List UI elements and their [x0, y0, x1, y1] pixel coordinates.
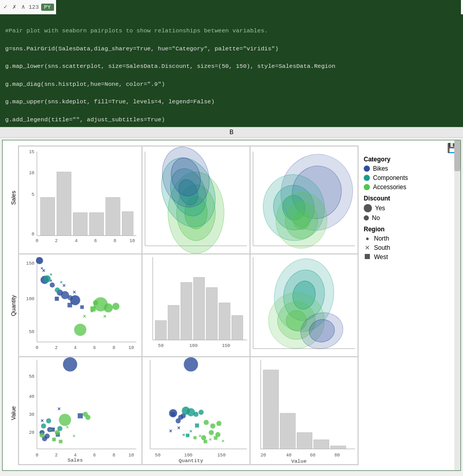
svg-text:6: 6	[93, 345, 96, 351]
plot-svg-1-3	[251, 147, 358, 253]
svg-text:20: 20	[29, 430, 34, 435]
svg-rect-85	[232, 316, 243, 340]
svg-text:0: 0	[35, 345, 38, 351]
svg-text:100: 100	[184, 453, 192, 458]
svg-point-156	[209, 430, 214, 435]
svg-rect-144	[171, 412, 175, 416]
svg-rect-172	[280, 413, 295, 449]
svg-rect-83	[206, 287, 218, 340]
svg-rect-126	[52, 437, 56, 441]
svg-point-147	[193, 412, 199, 417]
svg-text:×: ×	[189, 429, 192, 434]
svg-point-155	[217, 421, 222, 426]
code-block[interactable]	[56, 0, 461, 17]
bikes-label: Bikes	[373, 165, 388, 172]
svg-text:×: ×	[73, 289, 76, 296]
svg-text:×: ×	[182, 432, 185, 438]
south-label: South	[374, 244, 390, 251]
legend-accessories: Accessories	[364, 184, 431, 191]
svg-text:50: 50	[158, 343, 164, 349]
svg-text:×: ×	[57, 406, 61, 412]
components-dot	[364, 175, 370, 181]
svg-text:8: 8	[113, 345, 115, 351]
yes-dot	[364, 204, 372, 212]
svg-rect-163	[204, 440, 207, 443]
svg-point-157	[201, 435, 206, 441]
svg-rect-82	[193, 278, 205, 340]
svg-text:6: 6	[93, 453, 96, 458]
svg-text:2: 2	[55, 239, 58, 244]
legend-north: ● North	[364, 235, 431, 242]
svg-text:20: 20	[260, 453, 266, 458]
svg-rect-6	[41, 197, 55, 235]
svg-rect-53	[55, 297, 59, 301]
svg-text:×: ×	[199, 433, 202, 439]
svg-text:10: 10	[29, 171, 34, 176]
svg-text:×: ×	[222, 438, 225, 444]
svg-point-120	[59, 414, 71, 426]
chevron-icon[interactable]: ∧	[20, 3, 26, 11]
svg-text:5: 5	[31, 192, 34, 197]
svg-rect-181	[365, 254, 370, 259]
svg-text:×: ×	[73, 434, 75, 439]
plot-svg-2-1: 150 100 50 ×	[19, 254, 141, 356]
x-icon[interactable]: ✗	[11, 3, 17, 11]
cell-num-badge: 123	[29, 4, 39, 10]
plot-cell-2-2: 50 100 150	[142, 254, 250, 357]
svg-point-60	[112, 303, 119, 310]
svg-point-57	[55, 287, 60, 292]
bikes-dot	[364, 166, 370, 172]
svg-text:8: 8	[113, 453, 115, 458]
north-dot-icon: ●	[364, 235, 371, 242]
scrollbar-thumb[interactable]	[454, 140, 460, 171]
svg-text:×: ×	[83, 314, 86, 320]
legend-west: West	[364, 253, 431, 261]
svg-text:60: 60	[310, 453, 315, 458]
svg-point-115	[41, 424, 46, 429]
plot-svg-3-1: 50 40 30 20	[19, 357, 141, 464]
svg-rect-54	[67, 303, 72, 307]
check-icon[interactable]: ✓	[2, 3, 9, 11]
code-display: #Pair plot with seaborn pairplots to sho…	[0, 14, 463, 127]
plot-svg-1-2	[143, 147, 250, 253]
plot-cell-1-3	[250, 146, 358, 254]
plot-cell-3-1: 50 40 30 20	[19, 357, 142, 465]
legend-area: Category Bikes Components Accessories Di…	[364, 145, 431, 263]
plot-cell-1-2	[142, 146, 250, 254]
svg-rect-8	[73, 213, 87, 236]
legend-region-section: Region ● North ✕ South West	[364, 226, 431, 261]
svg-text:×: ×	[66, 425, 68, 430]
components-label: Components	[373, 174, 408, 181]
svg-rect-162	[214, 436, 218, 440]
svg-rect-9	[90, 213, 104, 236]
svg-text:0: 0	[35, 239, 38, 244]
south-x-icon: ✕	[364, 244, 371, 251]
scrollbar[interactable]	[454, 140, 460, 470]
svg-text:×: ×	[60, 280, 62, 285]
svg-rect-114	[78, 413, 83, 418]
svg-point-105	[63, 357, 77, 372]
output-area: 💾 Sales Quantity Value	[2, 140, 461, 471]
svg-text:×: ×	[41, 266, 43, 271]
svg-rect-164	[193, 436, 197, 440]
svg-rect-174	[314, 440, 329, 449]
legend-region-title: Region	[364, 226, 431, 233]
svg-text:4: 4	[75, 239, 77, 244]
plot-svg-1-1: 15 10 5 0 0	[19, 147, 141, 253]
y-label-value: Value	[10, 406, 16, 420]
svg-text:8: 8	[114, 239, 116, 244]
no-label: No	[372, 214, 380, 222]
svg-text:×: ×	[50, 272, 52, 278]
plot-cell-2-1: 150 100 50 ×	[19, 254, 142, 357]
plot-cell-3-3: 20 40 60 80 Value	[250, 357, 358, 465]
svg-text:Value: Value	[291, 459, 307, 464]
no-dot	[364, 215, 369, 221]
svg-text:Quantity: Quantity	[179, 458, 203, 464]
legend-yes: Yes	[364, 204, 431, 212]
svg-point-70	[74, 324, 86, 336]
svg-rect-151	[195, 424, 199, 428]
svg-rect-7	[57, 172, 71, 236]
svg-point-61	[93, 300, 98, 305]
output-bar: B	[0, 127, 463, 138]
svg-text:150: 150	[218, 453, 226, 458]
